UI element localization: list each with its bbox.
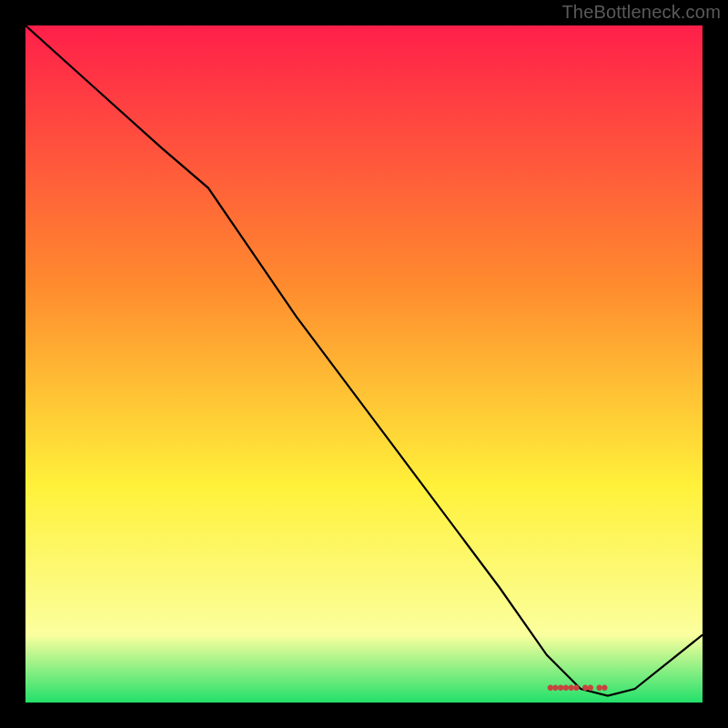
plot-svg <box>25 25 703 703</box>
attribution-label: TheBottleneck.com <box>561 2 721 23</box>
plot-area: •••••• •• •• <box>25 25 703 703</box>
gradient-background <box>25 25 703 703</box>
chart-stage: TheBottleneck.com •••••• •• •• <box>0 0 728 728</box>
